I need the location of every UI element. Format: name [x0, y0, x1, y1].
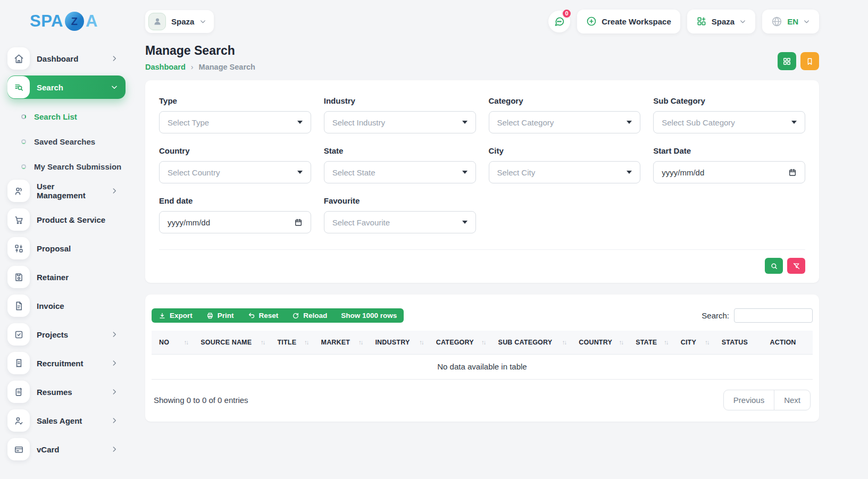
clear-filters-button[interactable]	[787, 258, 805, 274]
category-select[interactable]: Select Category	[489, 111, 641, 133]
resume-edit-icon	[7, 381, 30, 403]
column-category[interactable]: CATEGORY↑↓	[429, 331, 491, 355]
filter-field-type: Type Select Type	[159, 96, 311, 133]
sort-icon[interactable]: ↑↓	[299, 339, 308, 346]
sidebar-item-retainer[interactable]: Retainer	[7, 265, 126, 289]
column-title[interactable]: TITLE↑↓	[270, 331, 313, 355]
column-source-name[interactable]: SOURCE NAME↑↓	[193, 331, 270, 355]
date-placeholder: yyyy/mm/dd	[168, 218, 210, 227]
sidebar-item-sales-agent[interactable]: Sales Agent	[7, 409, 126, 432]
users-icon	[7, 180, 30, 202]
reload-button[interactable]: Reload	[285, 308, 334, 323]
sidebar-subitem-my-search-submission[interactable]: My Search Submission	[7, 154, 126, 179]
print-button[interactable]: Print	[199, 308, 241, 323]
create-workspace-button[interactable]: Create Workspace	[577, 10, 680, 33]
logo-z-icon: Z	[65, 12, 84, 31]
sub-category-select[interactable]: Select Sub Category	[653, 111, 805, 133]
topbar: Spaza 0 Create Workspace Spaza	[145, 0, 819, 35]
sidebar-subitem-saved-searches[interactable]: Saved Searches	[7, 129, 126, 154]
invoice-file-icon	[7, 295, 30, 317]
calendar-icon[interactable]	[294, 218, 303, 226]
select-placeholder: Select City	[497, 168, 536, 177]
type-select[interactable]: Select Type	[159, 111, 311, 133]
globe-icon	[771, 16, 782, 27]
column-sub-category[interactable]: SUB CATEGORY↑↓	[491, 331, 572, 355]
sidebar-item-resumes[interactable]: Resumes	[7, 380, 126, 404]
proposal-grid-icon	[7, 237, 30, 259]
column-no[interactable]: NO↑↓	[152, 331, 193, 355]
chat-button[interactable]: 0	[548, 11, 570, 32]
language-selector[interactable]: EN	[762, 10, 819, 33]
user-menu[interactable]: Spaza	[145, 10, 214, 33]
sort-icon[interactable]: ↑↓	[255, 339, 265, 346]
caret-down-icon	[462, 121, 468, 124]
plus-circle-icon	[586, 16, 597, 27]
chevron-down-icon	[803, 18, 810, 25]
sidebar-item-dashboard[interactable]: Dashboard	[7, 47, 126, 70]
sidebar-item-projects[interactable]: Projects	[7, 323, 126, 346]
sort-icon[interactable]: ↑↓	[179, 339, 188, 346]
sidebar-item-user-management[interactable]: User Management	[7, 179, 126, 203]
column-industry[interactable]: INDUSTRY↑↓	[368, 331, 428, 355]
bookmark-button[interactable]	[800, 52, 819, 70]
industry-select[interactable]: Select Industry	[324, 111, 476, 133]
column-city[interactable]: CITY↑↓	[673, 331, 714, 355]
reset-button[interactable]: Reset	[241, 308, 286, 323]
sidebar-item-product-service[interactable]: Product & Service	[7, 208, 126, 231]
sort-icon[interactable]: ↑↓	[658, 339, 668, 346]
sidebar-item-recruitment[interactable]: Recruitment	[7, 351, 126, 375]
caret-down-icon	[462, 221, 468, 224]
sidebar-item-invoice[interactable]: Invoice	[7, 294, 126, 317]
avatar	[148, 13, 166, 30]
logo: SPA Z A	[30, 12, 133, 31]
breadcrumb-dashboard-link[interactable]: Dashboard	[145, 63, 186, 71]
column-market[interactable]: MARKET↑↓	[314, 331, 368, 355]
column-country[interactable]: COUNTRY↑↓	[571, 331, 628, 355]
page-title: Manage Search	[145, 44, 255, 58]
country-select[interactable]: Select Country	[159, 161, 311, 183]
apply-search-button[interactable]	[765, 258, 783, 274]
field-label: Country	[159, 146, 311, 155]
next-page-button[interactable]: Next	[774, 390, 811, 410]
reload-label: Reload	[303, 312, 327, 320]
sidebar-item-label: Invoice	[37, 301, 64, 310]
sort-icon[interactable]: ↑↓	[476, 339, 486, 346]
sort-icon[interactable]: ↑↓	[353, 339, 363, 346]
end-date-input[interactable]: yyyy/mm/dd	[159, 211, 311, 233]
table-search-input[interactable]	[734, 308, 813, 323]
filter-field-favourite: Favourite Select Favourite	[324, 196, 476, 233]
table-toolbar: Export Print Reset Reload Show 1000 rows	[152, 308, 813, 331]
field-label: Start Date	[653, 146, 805, 155]
filter-field-city: City Select City	[489, 146, 641, 183]
sort-icon[interactable]: ↑↓	[614, 339, 623, 346]
filter-grid: Type Select Type Industry Select Industr…	[159, 96, 805, 233]
sidebar-item-vcard[interactable]: vCard	[7, 438, 126, 461]
filter-field-category: Category Select Category	[489, 96, 641, 133]
state-select[interactable]: Select State	[324, 161, 476, 183]
sidebar-subitem-label: Saved Searches	[34, 137, 95, 146]
show-rows-button[interactable]: Show 1000 rows	[334, 308, 404, 323]
chevron-right-icon	[111, 55, 118, 62]
previous-page-button[interactable]: Previous	[723, 390, 774, 410]
sidebar-subitem-label: Search List	[34, 112, 77, 121]
sidebar-item-search[interactable]: Search	[7, 75, 126, 99]
workspace-switcher[interactable]: Spaza	[687, 10, 755, 33]
chevron-down-icon	[739, 18, 746, 25]
sort-icon[interactable]: ↑↓	[414, 339, 423, 346]
export-button[interactable]: Export	[152, 308, 199, 323]
sidebar-item-label: User Management	[37, 182, 104, 200]
sort-icon[interactable]: ↑↓	[557, 339, 566, 346]
results-table: NO↑↓ SOURCE NAME↑↓ TITLE↑↓ MARKET↑↓ INDU…	[152, 331, 813, 380]
sort-icon[interactable]: ↑↓	[699, 339, 709, 346]
city-select[interactable]: Select City	[489, 161, 641, 183]
field-label: City	[489, 146, 641, 155]
calendar-icon[interactable]	[788, 168, 797, 177]
sidebar-item-proposal[interactable]: Proposal	[7, 237, 126, 260]
column-state[interactable]: STATE↑↓	[628, 331, 673, 355]
favourite-select[interactable]: Select Favourite	[324, 211, 476, 233]
start-date-input[interactable]: yyyy/mm/dd	[653, 161, 805, 183]
show-rows-label: Show 1000 rows	[341, 312, 397, 320]
grid-view-button[interactable]	[778, 52, 796, 70]
sidebar-subitem-search-list[interactable]: Search List	[7, 104, 126, 129]
filter-field-industry: Industry Select Industry	[324, 96, 476, 133]
